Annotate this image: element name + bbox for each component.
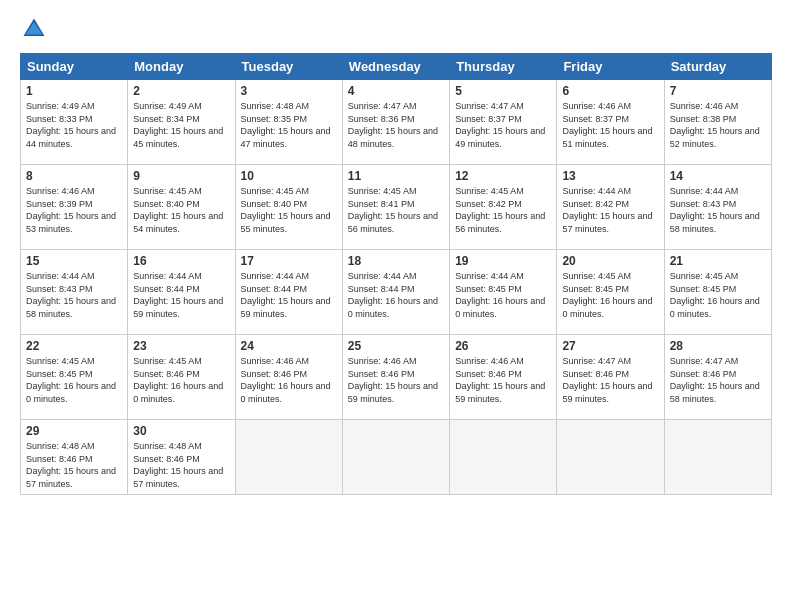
table-row: 23Sunrise: 4:45 AMSunset: 8:46 PMDayligh… bbox=[128, 335, 235, 420]
day-info: Sunrise: 4:44 AMSunset: 8:42 PMDaylight:… bbox=[562, 185, 658, 235]
day-info: Sunrise: 4:48 AMSunset: 8:46 PMDaylight:… bbox=[133, 440, 229, 490]
day-number: 27 bbox=[562, 339, 658, 353]
table-row: 11Sunrise: 4:45 AMSunset: 8:41 PMDayligh… bbox=[342, 165, 449, 250]
header bbox=[20, 15, 772, 43]
table-row: 2Sunrise: 4:49 AMSunset: 8:34 PMDaylight… bbox=[128, 80, 235, 165]
table-row: 4Sunrise: 4:47 AMSunset: 8:36 PMDaylight… bbox=[342, 80, 449, 165]
day-info: Sunrise: 4:46 AMSunset: 8:46 PMDaylight:… bbox=[241, 355, 337, 405]
table-row: 26Sunrise: 4:46 AMSunset: 8:46 PMDayligh… bbox=[450, 335, 557, 420]
day-number: 2 bbox=[133, 84, 229, 98]
logo bbox=[20, 15, 52, 43]
day-number: 15 bbox=[26, 254, 122, 268]
day-number: 23 bbox=[133, 339, 229, 353]
day-info: Sunrise: 4:45 AMSunset: 8:45 PMDaylight:… bbox=[670, 270, 766, 320]
day-number: 3 bbox=[241, 84, 337, 98]
day-info: Sunrise: 4:48 AMSunset: 8:35 PMDaylight:… bbox=[241, 100, 337, 150]
day-info: Sunrise: 4:44 AMSunset: 8:45 PMDaylight:… bbox=[455, 270, 551, 320]
calendar-week-row: 1Sunrise: 4:49 AMSunset: 8:33 PMDaylight… bbox=[21, 80, 772, 165]
table-row: 5Sunrise: 4:47 AMSunset: 8:37 PMDaylight… bbox=[450, 80, 557, 165]
day-number: 12 bbox=[455, 169, 551, 183]
day-number: 26 bbox=[455, 339, 551, 353]
day-number: 30 bbox=[133, 424, 229, 438]
day-number: 4 bbox=[348, 84, 444, 98]
day-number: 8 bbox=[26, 169, 122, 183]
day-number: 18 bbox=[348, 254, 444, 268]
calendar-header-sunday: Sunday bbox=[21, 54, 128, 80]
table-row: 1Sunrise: 4:49 AMSunset: 8:33 PMDaylight… bbox=[21, 80, 128, 165]
table-row bbox=[450, 420, 557, 495]
day-number: 11 bbox=[348, 169, 444, 183]
table-row: 10Sunrise: 4:45 AMSunset: 8:40 PMDayligh… bbox=[235, 165, 342, 250]
calendar-header-saturday: Saturday bbox=[664, 54, 771, 80]
table-row: 28Sunrise: 4:47 AMSunset: 8:46 PMDayligh… bbox=[664, 335, 771, 420]
table-row: 9Sunrise: 4:45 AMSunset: 8:40 PMDaylight… bbox=[128, 165, 235, 250]
day-info: Sunrise: 4:44 AMSunset: 8:43 PMDaylight:… bbox=[26, 270, 122, 320]
day-info: Sunrise: 4:45 AMSunset: 8:41 PMDaylight:… bbox=[348, 185, 444, 235]
table-row: 27Sunrise: 4:47 AMSunset: 8:46 PMDayligh… bbox=[557, 335, 664, 420]
day-info: Sunrise: 4:45 AMSunset: 8:46 PMDaylight:… bbox=[133, 355, 229, 405]
day-number: 17 bbox=[241, 254, 337, 268]
table-row bbox=[664, 420, 771, 495]
table-row: 22Sunrise: 4:45 AMSunset: 8:45 PMDayligh… bbox=[21, 335, 128, 420]
table-row: 21Sunrise: 4:45 AMSunset: 8:45 PMDayligh… bbox=[664, 250, 771, 335]
calendar-header-wednesday: Wednesday bbox=[342, 54, 449, 80]
day-info: Sunrise: 4:47 AMSunset: 8:36 PMDaylight:… bbox=[348, 100, 444, 150]
calendar-week-row: 22Sunrise: 4:45 AMSunset: 8:45 PMDayligh… bbox=[21, 335, 772, 420]
table-row: 24Sunrise: 4:46 AMSunset: 8:46 PMDayligh… bbox=[235, 335, 342, 420]
table-row: 12Sunrise: 4:45 AMSunset: 8:42 PMDayligh… bbox=[450, 165, 557, 250]
table-row bbox=[235, 420, 342, 495]
day-number: 19 bbox=[455, 254, 551, 268]
table-row bbox=[342, 420, 449, 495]
day-info: Sunrise: 4:49 AMSunset: 8:33 PMDaylight:… bbox=[26, 100, 122, 150]
calendar-header-monday: Monday bbox=[128, 54, 235, 80]
day-number: 9 bbox=[133, 169, 229, 183]
day-info: Sunrise: 4:44 AMSunset: 8:44 PMDaylight:… bbox=[348, 270, 444, 320]
table-row: 16Sunrise: 4:44 AMSunset: 8:44 PMDayligh… bbox=[128, 250, 235, 335]
day-number: 21 bbox=[670, 254, 766, 268]
day-number: 10 bbox=[241, 169, 337, 183]
day-number: 22 bbox=[26, 339, 122, 353]
calendar-week-row: 29Sunrise: 4:48 AMSunset: 8:46 PMDayligh… bbox=[21, 420, 772, 495]
day-number: 25 bbox=[348, 339, 444, 353]
table-row: 17Sunrise: 4:44 AMSunset: 8:44 PMDayligh… bbox=[235, 250, 342, 335]
calendar-week-row: 8Sunrise: 4:46 AMSunset: 8:39 PMDaylight… bbox=[21, 165, 772, 250]
day-info: Sunrise: 4:46 AMSunset: 8:37 PMDaylight:… bbox=[562, 100, 658, 150]
table-row: 18Sunrise: 4:44 AMSunset: 8:44 PMDayligh… bbox=[342, 250, 449, 335]
table-row: 8Sunrise: 4:46 AMSunset: 8:39 PMDaylight… bbox=[21, 165, 128, 250]
calendar-header-thursday: Thursday bbox=[450, 54, 557, 80]
calendar-week-row: 15Sunrise: 4:44 AMSunset: 8:43 PMDayligh… bbox=[21, 250, 772, 335]
day-info: Sunrise: 4:47 AMSunset: 8:46 PMDaylight:… bbox=[562, 355, 658, 405]
table-row: 30Sunrise: 4:48 AMSunset: 8:46 PMDayligh… bbox=[128, 420, 235, 495]
day-info: Sunrise: 4:44 AMSunset: 8:43 PMDaylight:… bbox=[670, 185, 766, 235]
day-number: 5 bbox=[455, 84, 551, 98]
table-row: 13Sunrise: 4:44 AMSunset: 8:42 PMDayligh… bbox=[557, 165, 664, 250]
day-number: 7 bbox=[670, 84, 766, 98]
day-info: Sunrise: 4:44 AMSunset: 8:44 PMDaylight:… bbox=[133, 270, 229, 320]
day-info: Sunrise: 4:46 AMSunset: 8:46 PMDaylight:… bbox=[455, 355, 551, 405]
day-number: 1 bbox=[26, 84, 122, 98]
table-row: 25Sunrise: 4:46 AMSunset: 8:46 PMDayligh… bbox=[342, 335, 449, 420]
day-number: 29 bbox=[26, 424, 122, 438]
day-number: 20 bbox=[562, 254, 658, 268]
day-number: 13 bbox=[562, 169, 658, 183]
day-number: 28 bbox=[670, 339, 766, 353]
day-info: Sunrise: 4:45 AMSunset: 8:42 PMDaylight:… bbox=[455, 185, 551, 235]
table-row: 3Sunrise: 4:48 AMSunset: 8:35 PMDaylight… bbox=[235, 80, 342, 165]
calendar-table: SundayMondayTuesdayWednesdayThursdayFrid… bbox=[20, 53, 772, 495]
calendar-header-friday: Friday bbox=[557, 54, 664, 80]
calendar-header-row: SundayMondayTuesdayWednesdayThursdayFrid… bbox=[21, 54, 772, 80]
table-row: 14Sunrise: 4:44 AMSunset: 8:43 PMDayligh… bbox=[664, 165, 771, 250]
table-row: 7Sunrise: 4:46 AMSunset: 8:38 PMDaylight… bbox=[664, 80, 771, 165]
day-number: 6 bbox=[562, 84, 658, 98]
page: SundayMondayTuesdayWednesdayThursdayFrid… bbox=[0, 0, 792, 612]
table-row: 20Sunrise: 4:45 AMSunset: 8:45 PMDayligh… bbox=[557, 250, 664, 335]
day-info: Sunrise: 4:45 AMSunset: 8:45 PMDaylight:… bbox=[26, 355, 122, 405]
logo-icon bbox=[20, 15, 48, 43]
table-row: 15Sunrise: 4:44 AMSunset: 8:43 PMDayligh… bbox=[21, 250, 128, 335]
day-info: Sunrise: 4:44 AMSunset: 8:44 PMDaylight:… bbox=[241, 270, 337, 320]
day-info: Sunrise: 4:45 AMSunset: 8:40 PMDaylight:… bbox=[133, 185, 229, 235]
day-info: Sunrise: 4:46 AMSunset: 8:38 PMDaylight:… bbox=[670, 100, 766, 150]
day-info: Sunrise: 4:49 AMSunset: 8:34 PMDaylight:… bbox=[133, 100, 229, 150]
table-row: 19Sunrise: 4:44 AMSunset: 8:45 PMDayligh… bbox=[450, 250, 557, 335]
table-row: 6Sunrise: 4:46 AMSunset: 8:37 PMDaylight… bbox=[557, 80, 664, 165]
